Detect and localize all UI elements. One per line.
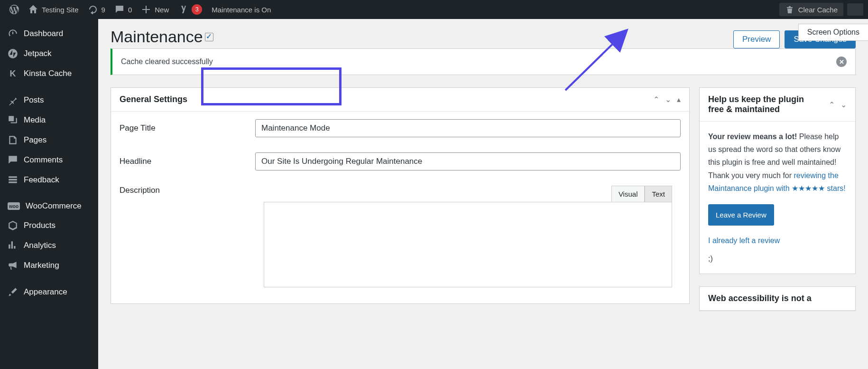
megaphone-icon [8, 260, 18, 271]
pages-icon [8, 135, 18, 145]
jetpack-icon [8, 48, 18, 59]
sidebar-label: Analytics [24, 241, 56, 250]
sidebar-item-posts[interactable]: Posts [0, 90, 98, 110]
home-icon [28, 5, 38, 14]
clear-cache-button[interactable]: Clear Cache [779, 3, 843, 16]
kinsta-icon: K [8, 68, 18, 79]
sidebar-label: Kinsta Cache [24, 69, 72, 78]
clear-cache-label: Clear Cache [798, 6, 838, 14]
general-settings-heading: General Settings [120, 95, 187, 104]
sidebar-label: Feedback [24, 175, 59, 185]
analytics-icon [8, 240, 18, 251]
comment-icon [115, 5, 124, 14]
headline-label: Headline [120, 157, 255, 166]
smiley: ;) [708, 252, 847, 265]
sidebar-label: Marketing [24, 261, 59, 270]
plus-icon [141, 5, 151, 14]
sidebar-item-jetpack[interactable]: Jetpack [0, 44, 98, 64]
account-placeholder[interactable] [847, 3, 863, 16]
move-up-icon[interactable]: ⌃ [653, 95, 659, 104]
already-reviewed-link[interactable]: I already left a review [708, 234, 780, 247]
sidebar-item-marketing[interactable]: Marketing [0, 255, 98, 275]
preview-button[interactable]: Preview [733, 30, 780, 48]
media-icon [8, 115, 18, 125]
leave-review-button[interactable]: Leave a Review [708, 204, 774, 226]
headline-row: Headline [111, 145, 689, 178]
review-sidebox: Help us keep the plugin free & maintaine… [699, 87, 856, 274]
success-notice: Cache cleared successfully ✕ [111, 48, 856, 75]
sidebar-label: Posts [24, 95, 44, 105]
page-title-label: Page Title [120, 123, 255, 133]
page-title-input[interactable] [255, 119, 681, 137]
updates-count: 9 [102, 6, 105, 14]
trash-icon [785, 5, 794, 14]
admin-sidebar: Dashboard Jetpack KKinsta Cache Posts Me… [0, 19, 98, 369]
sidebar-item-dashboard[interactable]: Dashboard [0, 24, 98, 44]
comments-icon [8, 155, 18, 165]
dashboard-icon [8, 28, 18, 39]
comments-link[interactable]: 0 [110, 0, 137, 19]
description-editor[interactable] [264, 202, 672, 287]
sidebar-label: WooCommerce [26, 201, 82, 211]
page-title-row: Page Title [111, 112, 689, 145]
updates-link[interactable]: 9 [83, 0, 110, 19]
sidebar-item-kinsta[interactable]: KKinsta Cache [0, 64, 98, 84]
feedback-icon [8, 175, 18, 185]
sidebar-label: Media [24, 115, 46, 125]
accessibility-sidebox: Web accessibility is not a [699, 286, 856, 311]
dismiss-notice-button[interactable]: ✕ [836, 57, 847, 67]
sidebar-label: Jetpack [24, 49, 52, 58]
sidebar-item-analytics[interactable]: Analytics [0, 236, 98, 255]
sidebar-item-woocommerce[interactable]: wooWooCommerce [0, 197, 98, 216]
new-content-link[interactable]: New [137, 0, 174, 19]
sidebar-item-media[interactable]: Media [0, 110, 98, 130]
sidebar-label: Comments [24, 155, 63, 165]
site-name-text: Testing Site [42, 6, 79, 14]
sidebar-label: Dashboard [24, 29, 63, 38]
content-area: Screen Options Maintenance Preview Save … [98, 19, 868, 369]
yoast-link[interactable]: 3 [174, 0, 207, 19]
move-down-icon[interactable]: ⌄ [665, 95, 671, 104]
headline-input[interactable] [255, 152, 681, 170]
enabled-checkbox[interactable] [205, 33, 213, 41]
toggle-icon[interactable]: ▴ [677, 95, 681, 104]
sidebar-item-products[interactable]: Products [0, 216, 98, 236]
yoast-count: 3 [192, 4, 202, 15]
general-settings-box: General Settings ⌃ ⌄ ▴ Page Title Headli… [111, 87, 690, 304]
review-text: Your review means a lot! Please help us … [708, 130, 847, 195]
pin-icon [8, 95, 18, 105]
products-icon [8, 220, 18, 231]
yoast-icon [178, 5, 188, 14]
accessibility-heading: Web accessibility is not a [708, 293, 812, 303]
sidebar-item-feedback[interactable]: Feedback [0, 170, 98, 190]
editor-tab-visual[interactable]: Visual [611, 186, 645, 202]
sidebar-label: Products [24, 221, 55, 230]
page-header: Maintenance Preview Save Changes [98, 19, 868, 48]
move-down-icon[interactable]: ⌄ [840, 100, 847, 109]
wordpress-logo[interactable] [5, 0, 24, 19]
sidebar-item-comments[interactable]: Comments [0, 150, 98, 170]
maintenance-status-text: Maintenance is On [212, 6, 271, 14]
woo-icon: woo [8, 202, 20, 210]
sidebar-label: Pages [24, 135, 46, 145]
description-label: Description [120, 186, 255, 195]
sidebar-item-appearance[interactable]: Appearance [0, 282, 98, 302]
admin-bar: Testing Site 9 0 New 3 Maintenance is On… [0, 0, 868, 19]
brush-icon [8, 287, 18, 297]
new-content-label: New [155, 6, 169, 14]
site-name-link[interactable]: Testing Site [24, 0, 83, 19]
svg-point-0 [8, 49, 18, 58]
description-row: Description Visual Text [111, 178, 689, 303]
notice-text: Cache cleared successfully [121, 57, 213, 66]
maintenance-status-link[interactable]: Maintenance is On [207, 0, 276, 19]
move-up-icon[interactable]: ⌃ [829, 100, 835, 109]
update-icon [88, 5, 98, 14]
editor-tab-text[interactable]: Text [645, 186, 672, 202]
sidebar-item-pages[interactable]: Pages [0, 130, 98, 150]
screen-meta: Screen Options [798, 24, 868, 41]
comments-count: 0 [128, 6, 132, 14]
review-heading: Help us keep the plugin free & maintaine… [708, 95, 817, 114]
page-title: Maintenance [111, 28, 213, 46]
sidebar-label: Appearance [24, 287, 67, 297]
screen-options-button[interactable]: Screen Options [798, 24, 868, 41]
